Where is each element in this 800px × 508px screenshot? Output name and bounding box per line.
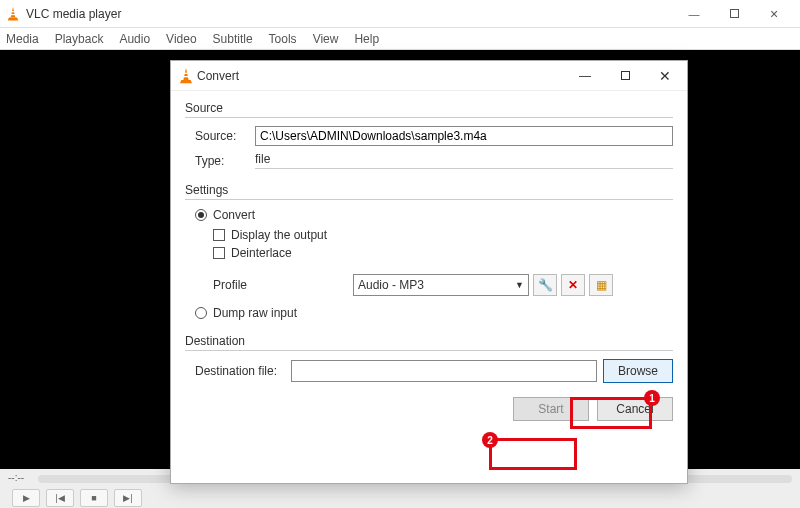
source-label: Source: [195, 129, 255, 143]
next-button[interactable]: ▶| [114, 489, 142, 507]
dialog-maximize-button[interactable] [605, 62, 645, 90]
dialog-minimize-button[interactable]: — [565, 62, 605, 90]
main-close-button[interactable]: × [754, 3, 794, 25]
time-elapsed: --:-- [8, 472, 24, 483]
chevron-down-icon: ▼ [515, 280, 524, 290]
divider [185, 199, 673, 200]
delete-profile-button[interactable]: ✕ [561, 274, 585, 296]
new-icon: ▦ [596, 278, 607, 292]
main-window-controls: — × [674, 3, 794, 25]
dump-raw-radio[interactable] [195, 307, 207, 319]
menu-playback[interactable]: Playback [55, 32, 104, 46]
divider [185, 350, 673, 351]
start-button[interactable]: Start [513, 397, 589, 421]
dialog-title: Convert [197, 69, 565, 83]
browse-button[interactable]: Browse [603, 359, 673, 383]
dump-raw-label: Dump raw input [213, 306, 297, 320]
convert-radio[interactable] [195, 209, 207, 221]
svg-rect-6 [184, 76, 189, 77]
stop-button[interactable]: ■ [80, 489, 108, 507]
deinterlace-checkbox[interactable] [213, 247, 225, 259]
destination-file-label: Destination file: [195, 364, 291, 378]
deinterlace-label: Deinterlace [231, 246, 292, 260]
svg-marker-3 [8, 17, 19, 20]
delete-icon: ✕ [568, 278, 578, 292]
destination-file-input[interactable] [291, 360, 597, 382]
type-value: file [255, 152, 673, 169]
profile-value: Audio - MP3 [358, 278, 424, 292]
svg-rect-1 [11, 11, 15, 12]
menubar: Media Playback Audio Video Subtitle Tool… [0, 28, 800, 50]
menu-help[interactable]: Help [354, 32, 379, 46]
play-button[interactable]: ▶ [12, 489, 40, 507]
display-output-label: Display the output [231, 228, 327, 242]
main-minimize-button[interactable]: — [674, 3, 714, 25]
settings-group-label: Settings [185, 183, 673, 197]
menu-tools[interactable]: Tools [269, 32, 297, 46]
display-output-checkbox[interactable] [213, 229, 225, 241]
divider [185, 117, 673, 118]
convert-radio-label: Convert [213, 208, 255, 222]
dialog-titlebar: Convert — ✕ [171, 61, 687, 91]
menu-subtitle[interactable]: Subtitle [213, 32, 253, 46]
type-label: Type: [195, 154, 255, 168]
profile-select[interactable]: Audio - MP3 ▼ [353, 274, 529, 296]
convert-dialog: Convert — ✕ Source Source: Type: file Se… [170, 60, 688, 484]
menu-view[interactable]: View [313, 32, 339, 46]
edit-profile-button[interactable]: 🔧 [533, 274, 557, 296]
vlc-cone-icon [179, 68, 193, 84]
source-group-label: Source [185, 101, 673, 115]
cancel-button[interactable]: Cancel [597, 397, 673, 421]
menu-audio[interactable]: Audio [119, 32, 150, 46]
source-input[interactable] [255, 126, 673, 146]
profile-label: Profile [213, 278, 353, 292]
svg-marker-7 [180, 80, 192, 83]
vlc-cone-icon [6, 7, 20, 21]
main-maximize-button[interactable] [714, 3, 754, 25]
svg-rect-2 [11, 14, 15, 15]
menu-media[interactable]: Media [6, 32, 39, 46]
main-titlebar: VLC media player — × [0, 0, 800, 28]
main-window-title: VLC media player [26, 7, 674, 21]
wrench-icon: 🔧 [538, 278, 553, 292]
svg-rect-5 [184, 72, 188, 73]
prev-button[interactable]: |◀ [46, 489, 74, 507]
dialog-close-button[interactable]: ✕ [645, 62, 685, 90]
destination-group-label: Destination [185, 334, 673, 348]
menu-video[interactable]: Video [166, 32, 196, 46]
new-profile-button[interactable]: ▦ [589, 274, 613, 296]
